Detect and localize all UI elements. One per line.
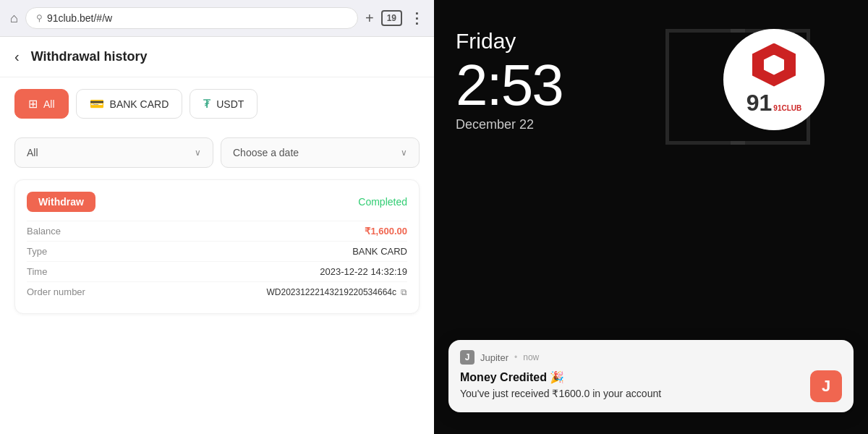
balance-label: Balance bbox=[27, 226, 61, 237]
home-icon[interactable]: ⌂ bbox=[10, 11, 18, 26]
tab-bank-card[interactable]: 💳 BANK CARD bbox=[76, 89, 183, 119]
status-chevron-icon: ∨ bbox=[195, 148, 201, 158]
usdt-icon: ₮ bbox=[203, 97, 210, 111]
more-options-icon[interactable]: ⋮ bbox=[409, 9, 424, 27]
notification-card[interactable]: J Jupiter • now Money Credited 🎉 You've … bbox=[448, 340, 854, 412]
tab-bank-label: BANK CARD bbox=[110, 98, 169, 110]
app-name: Jupiter bbox=[480, 352, 509, 363]
tab-usdt[interactable]: ₮ USDT bbox=[190, 89, 258, 119]
type-row: Type BANK CARD bbox=[27, 241, 407, 261]
order-label: Order number bbox=[27, 286, 85, 297]
tab-all[interactable]: ⊞ All bbox=[14, 89, 69, 119]
copy-icon[interactable]: ⧉ bbox=[401, 287, 407, 297]
notification-time: now bbox=[523, 352, 539, 362]
withdraw-badge: Withdraw bbox=[27, 192, 95, 212]
type-label: Type bbox=[27, 246, 47, 257]
notification-content: Money Credited 🎉 You've just received ₹1… bbox=[460, 370, 801, 401]
club-number: 91 bbox=[746, 90, 773, 116]
url-text: 91club.bet/#/w bbox=[47, 12, 112, 24]
tx-header: Withdraw Completed bbox=[27, 192, 407, 212]
left-panel: ⌂ ⚲ 91club.bet/#/w + 19 ⋮ ‹ Withdrawal h… bbox=[0, 0, 434, 434]
url-bar[interactable]: ⚲ 91club.bet/#/w bbox=[25, 7, 358, 29]
page-header: ‹ Withdrawal history bbox=[0, 37, 434, 77]
status-badge: Completed bbox=[358, 196, 407, 208]
tab-all-label: All bbox=[43, 98, 55, 110]
time-label: Time bbox=[27, 266, 47, 277]
back-button[interactable]: ‹ bbox=[14, 48, 20, 65]
order-value: WD20231222143219220534664c ⧉ bbox=[267, 287, 408, 297]
browser-bar: ⌂ ⚲ 91club.bet/#/w + 19 ⋮ bbox=[0, 0, 434, 37]
time-value: 2023-12-22 14:32:19 bbox=[320, 266, 407, 277]
add-tab-icon[interactable]: + bbox=[365, 10, 374, 27]
right-panel: + 91 91CLUB Friday 2:53 December 22 J Ju… bbox=[434, 0, 868, 434]
jupiter-small-icon: J bbox=[460, 350, 475, 365]
club-hex-inner bbox=[764, 55, 784, 75]
time-row: Time 2023-12-22 14:32:19 bbox=[27, 261, 407, 281]
jupiter-logo: J bbox=[810, 370, 842, 402]
page-title: Withdrawal history bbox=[31, 49, 148, 64]
notification-message: You've just received ₹1600.0 in your acc… bbox=[460, 387, 801, 401]
transaction-card: Withdraw Completed Balance ₹1,600.00 Typ… bbox=[14, 179, 420, 314]
notification-body: Money Credited 🎉 You've just received ₹1… bbox=[460, 370, 842, 402]
date-filter[interactable]: Choose a date ∨ bbox=[221, 137, 420, 168]
app-content: ‹ Withdrawal history ⊞ All 💳 BANK CARD ₮… bbox=[0, 37, 434, 434]
balance-value: ₹1,600.00 bbox=[365, 226, 407, 237]
date-filter-placeholder: Choose a date bbox=[233, 147, 299, 158]
club-hexagon bbox=[752, 43, 796, 87]
dot-separator: • bbox=[514, 352, 517, 362]
balance-row: Balance ₹1,600.00 bbox=[27, 221, 407, 241]
url-prefix-icon: ⚲ bbox=[36, 13, 43, 23]
club-label: 91CLUB bbox=[773, 105, 801, 112]
tab-count[interactable]: 19 bbox=[381, 10, 402, 26]
status-filter-value: All bbox=[27, 147, 38, 158]
date-chevron-icon: ∨ bbox=[401, 148, 407, 158]
filter-tabs: ⊞ All 💳 BANK CARD ₮ USDT bbox=[0, 77, 434, 130]
all-icon: ⊞ bbox=[28, 97, 38, 111]
type-value: BANK CARD bbox=[352, 246, 407, 257]
club-logo-inner: 91 91CLUB bbox=[746, 43, 802, 116]
club-logo: 91 91CLUB bbox=[723, 29, 825, 130]
browser-actions: + 19 ⋮ bbox=[365, 9, 424, 27]
filter-row: All ∨ Choose a date ∨ bbox=[0, 130, 434, 179]
notification-title: Money Credited 🎉 bbox=[460, 370, 801, 384]
notification-header: J Jupiter • now bbox=[460, 350, 842, 365]
order-row: Order number WD20231222143219220534664c … bbox=[27, 281, 407, 302]
club-text-row: 91 91CLUB bbox=[746, 90, 802, 116]
bank-card-icon: 💳 bbox=[90, 97, 104, 111]
status-filter[interactable]: All ∨ bbox=[14, 137, 213, 168]
tab-usdt-label: USDT bbox=[216, 98, 244, 110]
